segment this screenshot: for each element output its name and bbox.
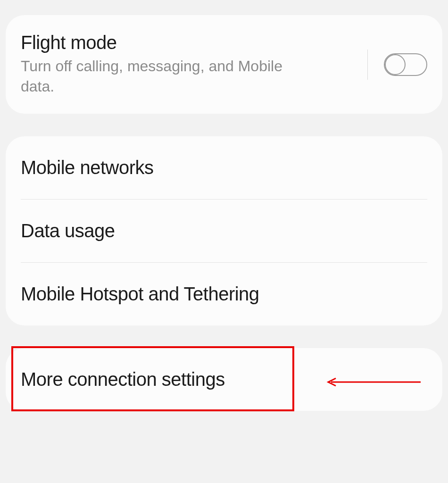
hotspot-label: Mobile Hotspot and Tethering (21, 283, 259, 305)
flight-mode-text: Flight mode Turn off calling, messaging,… (21, 32, 356, 97)
flight-mode-toggle[interactable] (384, 53, 427, 76)
data-usage-row[interactable]: Data usage (6, 200, 442, 262)
hotspot-row[interactable]: Mobile Hotspot and Tethering (6, 263, 442, 325)
mobile-networks-row[interactable]: Mobile networks (6, 136, 442, 199)
vertical-separator (367, 50, 368, 80)
more-connection-settings-row[interactable]: More connection settings (6, 348, 442, 411)
flight-mode-title: Flight mode (21, 32, 356, 53)
networks-card: Mobile networks Data usage Mobile Hotspo… (6, 136, 442, 325)
flight-mode-subtitle: Turn off calling, messaging, and Mobile … (21, 56, 304, 97)
more-connections-card: More connection settings (6, 348, 442, 411)
data-usage-label: Data usage (21, 220, 115, 242)
flight-mode-toggle-wrap (356, 50, 427, 80)
flight-mode-card: Flight mode Turn off calling, messaging,… (6, 15, 442, 114)
more-connection-settings-label: More connection settings (21, 369, 225, 390)
flight-mode-row[interactable]: Flight mode Turn off calling, messaging,… (6, 15, 442, 114)
toggle-thumb-icon (385, 54, 406, 75)
mobile-networks-label: Mobile networks (21, 157, 154, 178)
